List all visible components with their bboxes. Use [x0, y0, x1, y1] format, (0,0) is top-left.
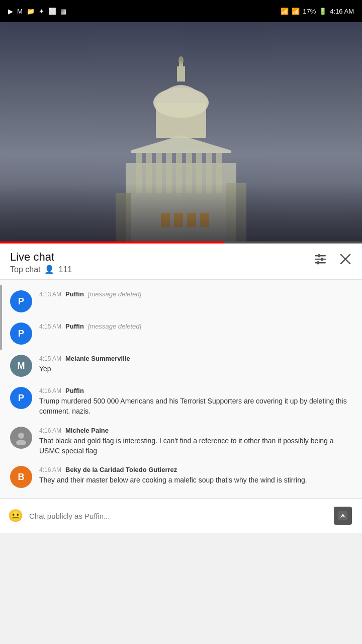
video-player[interactable]	[0, 22, 362, 244]
svg-rect-25	[321, 258, 323, 261]
avatar: P	[10, 387, 32, 409]
svg-rect-24	[315, 259, 326, 260]
send-arrow-icon	[337, 510, 348, 521]
avatar	[10, 427, 32, 449]
chat-subtitle: Top chat 👤 111	[10, 265, 72, 274]
viewer-count: 111	[58, 265, 72, 274]
battery-percent: 17%	[303, 8, 316, 15]
m-icon: M	[17, 8, 23, 15]
message-content: 4:15 AM Melanie SummervilleYep	[39, 355, 352, 374]
message-deleted: [message deleted]	[88, 290, 141, 298]
message-content: 4:16 AM Michele PaineThat black and gold…	[39, 427, 352, 456]
message-author: Puffin	[65, 387, 84, 394]
chat-message-msg4: P 4:16 AM PuffinTrump murdered 500 000 A…	[0, 382, 362, 422]
message-meta: 4:16 AM Puffin	[39, 387, 352, 394]
message-meta: 4:15 AM Puffin[message deleted]	[39, 323, 352, 330]
svg-rect-13	[177, 66, 185, 82]
chat-messages-list: P 4:13 AM Puffin[message deleted]P 4:15 …	[0, 280, 362, 498]
viewer-icon: 👤	[44, 265, 54, 274]
svg-point-30	[18, 433, 24, 439]
message-author: Michele Paine	[65, 427, 109, 434]
status-left-icons: ▶ M 📁 ✦ ⬜ ▦	[8, 8, 66, 15]
chat-title: Live chat	[10, 251, 72, 264]
message-author: Puffin	[65, 290, 84, 298]
clock: 4:16 AM	[330, 8, 354, 15]
status-right-info: 📶 📶 17% 🔋 4:16 AM	[281, 8, 354, 15]
message-content: 4:13 AM Puffin[message deleted]	[39, 290, 352, 299]
wifi-icon: 📶	[281, 8, 289, 15]
chat-input-bar: 😐	[0, 498, 362, 533]
video-progress-fill	[0, 242, 224, 244]
message-content: 4:15 AM Puffin[message deleted]	[39, 323, 352, 332]
chat-header: Live chat Top chat 👤 111	[0, 244, 362, 280]
message-text: That black and gold flag is interesting.…	[39, 436, 352, 456]
message-content: 4:16 AM PuffinTrump murdered 500 000 Ame…	[39, 387, 352, 417]
settings-button[interactable]	[314, 253, 327, 266]
svg-rect-27	[317, 261, 319, 265]
message-meta: 4:16 AM Michele Paine	[39, 427, 352, 434]
avatar: P	[10, 290, 32, 312]
chat-message-msg6: B 4:16 AM Beky de la Caridad Toledo Guti…	[0, 461, 362, 493]
message-time: 4:15 AM	[39, 355, 61, 362]
cast-icon: ✦	[39, 8, 44, 15]
close-button[interactable]	[339, 253, 352, 266]
battery-icon: 🔋	[319, 8, 327, 15]
message-time: 4:16 AM	[39, 466, 61, 473]
chat-header-right	[314, 251, 352, 266]
chat-message-msg2: P 4:15 AM Puffin[message deleted]	[0, 317, 362, 350]
message-meta: 4:15 AM Melanie Summerville	[39, 355, 352, 362]
message-author: Melanie Summerville	[65, 355, 130, 362]
message-time: 4:15 AM	[39, 323, 61, 330]
avatar: B	[10, 466, 32, 488]
svg-rect-26	[315, 262, 326, 264]
chat-header-left: Live chat Top chat 👤 111	[10, 251, 72, 274]
svg-marker-10	[131, 135, 231, 153]
equalizer-icon	[314, 253, 327, 266]
message-text: They and their master below are cooking …	[39, 475, 352, 485]
close-icon	[339, 253, 352, 266]
message-time: 4:16 AM	[39, 427, 61, 434]
svg-point-31	[16, 440, 26, 445]
video-progress-bar[interactable]	[0, 242, 362, 244]
folder-icon: 📁	[27, 8, 35, 15]
chat-message-msg5: 4:16 AM Michele PaineThat black and gold…	[0, 422, 362, 461]
play-icon: ▶	[8, 8, 13, 15]
send-button[interactable]	[332, 505, 354, 527]
top-chat-label[interactable]: Top chat	[10, 265, 40, 274]
avatar: M	[10, 355, 32, 377]
message-meta: 4:16 AM Beky de la Caridad Toledo Gutier…	[39, 466, 352, 473]
chat-message-msg1: P 4:13 AM Puffin[message deleted]	[0, 285, 362, 317]
message-text: Trump murdered 500 000 Americans and his…	[39, 396, 352, 417]
video-overlay	[0, 183, 362, 244]
message-author: Puffin	[65, 323, 84, 330]
image-icon: ⬜	[48, 8, 56, 15]
message-content: 4:16 AM Beky de la Caridad Toledo Gutier…	[39, 466, 352, 485]
svg-rect-23	[318, 254, 320, 258]
message-author: Beky de la Caridad Toledo Gutierrez	[65, 466, 177, 473]
signal-icon: 📶	[292, 8, 300, 15]
send-box-icon	[334, 507, 352, 525]
message-deleted: [message deleted]	[88, 323, 141, 330]
status-bar: ▶ M 📁 ✦ ⬜ ▦ 📶 📶 17% 🔋 4:16 AM	[0, 0, 362, 22]
chat-message-msg3: M 4:15 AM Melanie SummervilleYep	[0, 350, 362, 382]
grid-icon: ▦	[60, 8, 66, 15]
svg-point-15	[178, 56, 184, 64]
chat-input[interactable]	[29, 512, 326, 520]
emoji-button[interactable]: 😐	[8, 509, 23, 523]
message-text: Yep	[39, 364, 352, 374]
message-time: 4:13 AM	[39, 291, 61, 298]
message-meta: 4:13 AM Puffin[message deleted]	[39, 290, 352, 298]
message-time: 4:16 AM	[39, 387, 61, 394]
avatar: P	[10, 323, 32, 345]
